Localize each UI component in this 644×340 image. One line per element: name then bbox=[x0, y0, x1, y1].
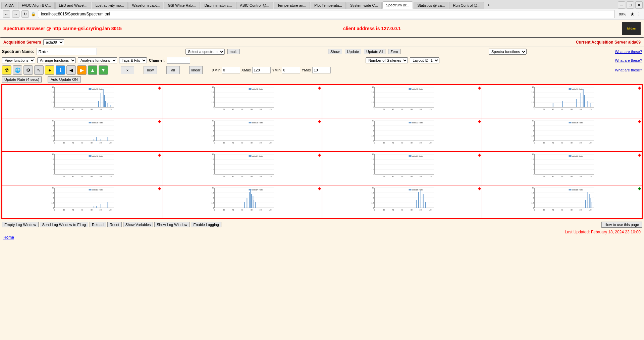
tab-gsi[interactable]: GSI White Rabi... bbox=[164, 2, 200, 9]
charts-container: ◆107.552.50020406080100120aida01 Rate◆10… bbox=[1, 84, 643, 219]
xmin-input[interactable] bbox=[222, 67, 240, 73]
auto-update-button[interactable]: Auto Update ON bbox=[48, 76, 81, 82]
enable-logging-button[interactable]: Enable Logging bbox=[191, 222, 221, 227]
ymin-input[interactable] bbox=[282, 67, 300, 73]
channel-input[interactable] bbox=[167, 57, 190, 64]
tab-temp[interactable]: Temperature an... bbox=[274, 2, 310, 9]
tags-fits-select[interactable]: Tags & Fits bbox=[119, 57, 147, 63]
cursor-icon-button[interactable]: ↖ bbox=[34, 65, 44, 75]
tab-led[interactable]: LED and Wavel... bbox=[55, 2, 91, 9]
x-button[interactable]: x bbox=[121, 66, 134, 74]
show-variables-button[interactable]: Show Variables bbox=[123, 222, 153, 227]
tab-sys[interactable]: System wide C... bbox=[346, 2, 382, 9]
circle-icon-button[interactable]: ● bbox=[45, 65, 54, 75]
show-button[interactable]: Show bbox=[328, 49, 342, 54]
what-are-these-2[interactable]: What are these? bbox=[615, 58, 642, 62]
chart-cell-aida16[interactable]: ◆107.552.50020406080100120aida16 Rate bbox=[482, 185, 642, 219]
svg-text:7.5: 7.5 bbox=[212, 158, 214, 160]
up-icon-button[interactable]: ▲ bbox=[88, 65, 97, 75]
layout-id-select[interactable]: Layout ID=1 bbox=[410, 57, 439, 63]
chart-cell-aida08[interactable]: ◆107.552.50020406080100120aida08 Rate bbox=[482, 118, 642, 152]
browser-controls: ← → ↻ 🔒 80% ★ ⋮ bbox=[0, 9, 644, 20]
tab-disc[interactable]: Discriminator c... bbox=[201, 2, 235, 9]
xmax-input[interactable] bbox=[252, 67, 271, 73]
chart-cell-aida10[interactable]: ◆107.552.50020406080100120aida10 Rate bbox=[162, 152, 322, 185]
more-options-icon[interactable]: ⋮ bbox=[637, 11, 641, 17]
new-button[interactable]: new bbox=[144, 66, 157, 74]
chart-cell-aida13[interactable]: ◆107.552.50020406080100120aida13 Rate bbox=[2, 185, 162, 219]
update-button[interactable]: Update bbox=[345, 49, 361, 54]
home-link[interactable]: Home bbox=[0, 234, 17, 240]
update-rate-button[interactable]: Update Rate (4 secs) bbox=[2, 76, 42, 82]
reset-button[interactable]: Reset bbox=[107, 222, 122, 227]
chart-cell-aida11[interactable]: ◆107.552.50020406080100120aida11 Rate bbox=[322, 152, 482, 185]
svg-rect-193 bbox=[569, 122, 572, 123]
svg-text:20: 20 bbox=[223, 175, 225, 177]
tab-fadc[interactable]: FADC Align & C... bbox=[18, 2, 55, 9]
radiation-icon-button[interactable]: ☢ bbox=[2, 65, 11, 75]
svg-text:40: 40 bbox=[72, 175, 74, 177]
tab-plot[interactable]: Plot Temperatu... bbox=[311, 2, 346, 9]
zero-button[interactable]: Zero bbox=[388, 49, 400, 54]
spectra-functions-select[interactable]: Spectra functions bbox=[489, 49, 527, 55]
svg-rect-304 bbox=[96, 206, 97, 208]
chart-svg-aida15: 107.552.50020406080100120aida15 Rate bbox=[323, 186, 481, 213]
analysis-functions-select[interactable]: Analysis functions bbox=[78, 57, 117, 63]
chart-cell-aida01[interactable]: ◆107.552.50020406080100120aida01 Rate bbox=[2, 84, 162, 118]
chart-cell-aida09[interactable]: ◆107.552.50020406080100120aida09 Rate bbox=[2, 152, 162, 185]
tab-run[interactable]: Run Control @... bbox=[449, 2, 484, 9]
all-button[interactable]: all bbox=[166, 66, 180, 74]
settings-icon-button[interactable]: ⚙ bbox=[23, 65, 33, 75]
ymax-input[interactable] bbox=[312, 67, 331, 73]
tab-spectrum[interactable]: Spectrum Br... bbox=[382, 1, 413, 9]
chart-cell-aida06[interactable]: ◆107.552.50020406080100120aida06 Rate bbox=[162, 118, 322, 152]
tab-lost[interactable]: Lost activity mo... bbox=[92, 2, 128, 9]
linear-button[interactable]: linear bbox=[189, 66, 203, 74]
number-of-galleries-select[interactable]: Number of Galleries bbox=[366, 57, 408, 63]
diamond-aida08: ◆ bbox=[638, 119, 641, 124]
what-are-these-1[interactable]: What are these? bbox=[615, 50, 642, 54]
chart-cell-aida15[interactable]: ◆107.552.50020406080100120aida15 Rate bbox=[322, 185, 482, 219]
empty-log-button[interactable]: Empty Log Window bbox=[2, 222, 39, 227]
chart-cell-aida03[interactable]: ◆107.552.50020406080100120aida03 Rate bbox=[322, 84, 482, 118]
back-button[interactable]: ← bbox=[3, 10, 10, 18]
tab-aida[interactable]: AIDA bbox=[1, 2, 17, 9]
next-icon-button[interactable]: ▶ bbox=[77, 65, 87, 75]
chart-cell-aida07[interactable]: ◆107.552.50020406080100120aida07 Rate bbox=[322, 118, 482, 152]
restore-button[interactable]: □ bbox=[627, 1, 634, 9]
close-button[interactable]: ✕ bbox=[635, 1, 643, 9]
update-all-button[interactable]: Update All bbox=[364, 49, 385, 54]
select-spectrum-select[interactable]: Select a spectrum bbox=[185, 49, 225, 55]
diamond-aida05: ◆ bbox=[158, 119, 161, 124]
tab-stats[interactable]: Statistics @ ca... bbox=[414, 2, 448, 9]
svg-rect-361 bbox=[421, 190, 421, 208]
url-bar[interactable] bbox=[38, 10, 615, 18]
multi-button[interactable]: multi bbox=[227, 49, 240, 54]
tab-wave[interactable]: Waveform capt... bbox=[128, 2, 164, 9]
what-are-these-3[interactable]: What are these? bbox=[615, 68, 642, 72]
view-functions-select[interactable]: View functions bbox=[2, 57, 35, 63]
svg-text:120: 120 bbox=[269, 175, 272, 177]
reload-button[interactable]: Reload bbox=[90, 222, 106, 227]
minimize-button[interactable]: ─ bbox=[618, 1, 625, 9]
tab-add-button[interactable]: + bbox=[485, 2, 492, 8]
chart-cell-aida14[interactable]: ◆107.552.50020406080100120aida14 Rate bbox=[162, 185, 322, 219]
arrange-functions-select[interactable]: Arrange functions bbox=[37, 57, 76, 63]
spectrum-name-input[interactable] bbox=[37, 48, 97, 55]
prev-icon-button[interactable]: ◀ bbox=[66, 65, 76, 75]
reload-nav-button[interactable]: ↻ bbox=[21, 10, 29, 18]
send-log-button[interactable]: Send Log Window to ELog bbox=[40, 222, 88, 227]
svg-text:2.5: 2.5 bbox=[52, 135, 54, 137]
forward-button[interactable]: → bbox=[12, 10, 19, 18]
down-icon-button[interactable]: ▼ bbox=[99, 65, 108, 75]
chart-cell-aida04[interactable]: ◆107.552.50020406080100120aida04 Rate bbox=[482, 84, 642, 118]
chart-cell-aida12[interactable]: ◆107.552.50020406080100120aida12 Rate bbox=[482, 152, 642, 185]
show-log-button[interactable]: Show Log Window bbox=[154, 222, 190, 227]
acq-server-select[interactable]: aida09 bbox=[43, 39, 64, 45]
chart-cell-aida05[interactable]: ◆107.552.50020406080100120aida05 Rate bbox=[2, 118, 162, 152]
chart-cell-aida02[interactable]: ◆107.552.50020406080100120aida02 Rate bbox=[162, 84, 322, 118]
globe-icon-button[interactable]: 🌐 bbox=[13, 65, 22, 75]
tab-asic[interactable]: ASIC Control @... bbox=[236, 2, 273, 9]
info-icon-button[interactable]: ℹ bbox=[56, 65, 65, 75]
how-to-button[interactable]: How to use this page bbox=[601, 222, 642, 228]
